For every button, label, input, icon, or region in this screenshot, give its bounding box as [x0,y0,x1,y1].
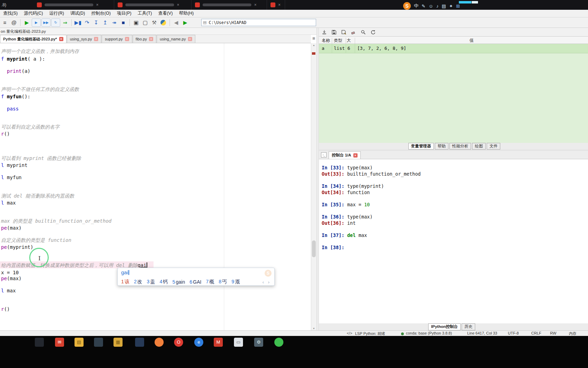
run-file-icon[interactable]: ▶ [23,19,31,26]
editor-tab[interactable]: using_sys.py× [67,35,102,43]
tab-close-icon[interactable]: × [353,153,358,158]
console-pane-tab[interactable]: IPython控制台 [428,323,461,330]
taskbar-notepad-icon[interactable]: ▭ [234,338,243,347]
scroll-up-icon[interactable]: ▲ [313,44,315,46]
ime-candidate[interactable]: 8丐 [219,279,227,285]
tab-close-icon[interactable]: × [59,37,63,41]
save-data-as-icon[interactable] [341,30,346,35]
step-return-icon[interactable]: ↥ [101,19,109,26]
reset-namespace-icon[interactable] [351,30,356,35]
plots-icon[interactable]: ▣ [132,19,140,26]
taskbar-netease-mail-icon[interactable]: M [214,338,223,347]
column-header-size[interactable]: 大小 [346,38,355,44]
run-cell-advance-icon[interactable]: ▶▶ [41,18,50,27]
continue-execution-icon[interactable]: ↠ [110,19,118,26]
taskbar-mail-icon[interactable]: ✉ [55,338,64,347]
console-pane-tab[interactable]: 历史 [462,323,475,330]
editor-options-icon[interactable]: ≡ [311,36,316,43]
python-env-icon[interactable] [159,19,167,26]
ime-candidate[interactable]: 9溉 [232,279,240,285]
taskbar-explorer-icon[interactable]: ▤ [75,338,84,347]
editor-tab[interactable]: Python 量化编程基础-2023.py*× [0,35,66,43]
taskbar-opera-icon[interactable]: O [174,338,183,347]
editor-scrollbar[interactable]: ▲ ▼ [311,43,316,330]
column-header-type[interactable]: 类型 [332,38,346,44]
column-header-value[interactable]: 值 [355,38,588,44]
ime-candidate[interactable]: 4钙 [159,279,168,285]
titlebar-tab[interactable]: × [114,0,191,10]
menu-item[interactable]: 源代码(C) [21,10,46,17]
ime-candidate[interactable]: 1该 [121,279,130,285]
tab-close-icon[interactable]: × [188,37,192,41]
chinese-mode-icon[interactable]: 中 [414,3,418,9]
back-icon[interactable]: ◀ [172,19,180,26]
variable-row[interactable]: a list 6 [3, 7, 2, 6, 8, 9] [319,44,588,53]
menu-item[interactable]: 控制台(O) [88,10,114,17]
voice-input-icon[interactable]: ♪ [436,3,439,9]
editor-tab[interactable]: using_name.py× [157,35,195,43]
scrollbar-thumb[interactable] [312,240,316,257]
titlebar-tab[interactable]: × [267,0,285,10]
symbol-finder-icon[interactable]: @ [10,19,18,26]
run-cell-icon[interactable]: ▶ [32,18,41,27]
taskbar-app-navy-icon[interactable] [135,338,144,347]
toolbox-icon[interactable]: ✦ [449,3,453,9]
menu-item[interactable]: 项目(P) [114,10,135,17]
new-console-icon[interactable]: ›_ [321,152,327,158]
taskbar-app-slate-icon[interactable] [94,338,103,347]
code-editor[interactable]: 声明一个自定义函数，并加载到内存f myprint( a ): print(a)… [0,43,311,330]
search-icon[interactable] [361,30,366,35]
varexp-pane-tab[interactable]: 绘图 [472,143,486,150]
run-selection-icon[interactable]: ⇒ [61,19,69,26]
stop-debug-icon[interactable]: ■ [119,19,127,26]
forward-icon[interactable]: ▶ [181,19,189,26]
tab-close-icon[interactable]: × [254,2,257,7]
sogou-logo-icon[interactable]: S [403,2,411,10]
ime-candidate[interactable]: 6GAI [189,279,201,285]
titlebar-tab[interactable]: × [191,0,267,10]
varexp-pane-tab[interactable]: 文件 [487,143,500,150]
scroll-down-icon[interactable]: ▼ [313,327,315,330]
pen-icon[interactable]: ✎ [422,3,425,9]
ipython-console[interactable]: In [33]: type(max)Out[33]: builtin_funct… [319,159,588,323]
keyboard-icon[interactable]: ▤ [442,3,446,9]
ime-candidate[interactable]: 7概 [206,279,214,285]
import-data-icon[interactable] [322,30,327,35]
ime-page-nav[interactable]: ‹ › [262,279,271,285]
skin-grid-icon[interactable]: ⊞ [456,3,460,9]
maximize-pane-icon[interactable]: ▢ [141,19,149,26]
step-into-icon[interactable]: ↧ [92,19,100,26]
tab-close-icon[interactable]: × [177,2,179,7]
refresh-icon[interactable] [370,30,376,35]
menu-item[interactable]: 调试(D) [67,10,88,17]
rerun-cell-icon[interactable]: ↻ [51,18,60,27]
tab-close-icon[interactable]: × [278,2,281,7]
menu-item[interactable]: 运行(R) [46,10,67,17]
tab-close-icon[interactable]: × [149,37,153,41]
taskbar-firefox-icon[interactable] [155,338,164,347]
vertical-splitter[interactable] [316,28,319,330]
varexp-pane-tab[interactable]: 变量管理器 [408,143,434,150]
titlebar-tab[interactable]: × [33,0,114,10]
menu-item[interactable]: 工具(T) [134,10,155,17]
tab-close-icon[interactable]: × [96,2,99,7]
editor-tab[interactable]: fibo.py× [133,35,156,43]
ime-candidate[interactable]: 2改 [134,279,142,285]
menu-item[interactable]: 查看(V) [155,10,176,17]
step-over-icon[interactable]: ↷ [83,19,91,26]
menu-item[interactable]: 查找(S) [0,10,21,17]
working-directory-input[interactable] [208,19,316,26]
ime-candidate[interactable]: 3盖 [147,279,155,285]
preferences-icon[interactable]: ⚒ [150,19,158,26]
emoji-icon[interactable]: ☺ [429,3,433,9]
varexp-pane-tab[interactable]: 帮助 [435,143,448,150]
outline-explorer-icon[interactable]: ≡ [1,19,9,26]
varexp-pane-tab[interactable]: 性能分析 [449,143,471,150]
tab-close-icon[interactable]: × [94,37,98,41]
ime-candidate[interactable]: 5gain [172,279,185,285]
taskbar-settings-icon[interactable]: ⚙ [254,338,263,347]
save-data-icon[interactable] [331,30,337,35]
taskbar-folder-icon[interactable]: ▦ [113,338,123,347]
taskbar-wechat-icon[interactable] [274,338,283,347]
editor-tab[interactable]: support.py× [102,35,132,43]
